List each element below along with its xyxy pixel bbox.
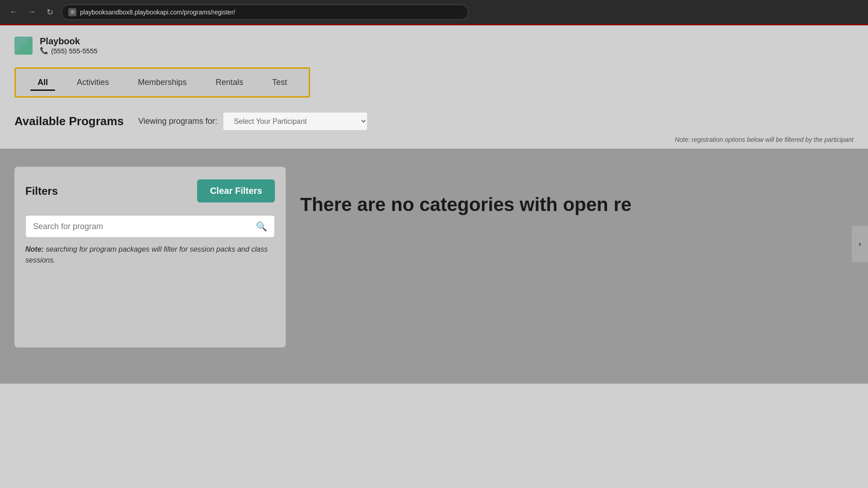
back-button[interactable]: ← — [7, 6, 20, 19]
site-logo — [14, 37, 33, 55]
no-categories-text: There are no categories with open re — [300, 194, 632, 216]
clear-filters-button[interactable]: Clear Filters — [197, 179, 275, 202]
right-arrow-icon: › — [859, 240, 861, 248]
search-note-text: searching for program packages will filt… — [25, 245, 268, 264]
tab-nav: All Activities Memberships Rentals Test — [14, 67, 310, 98]
phone-number: (555) 555-5555 — [51, 47, 98, 55]
available-programs-title: Available Programs — [14, 114, 124, 128]
tab-all[interactable]: All — [23, 72, 62, 93]
right-arrow[interactable]: › — [852, 226, 868, 262]
site-info: Playbook 📞 (555) 555-5555 — [40, 36, 98, 55]
filters-header: Filters Clear Filters — [25, 179, 275, 202]
site-phone: 📞 (555) 555-5555 — [40, 47, 98, 55]
viewing-for: Viewing programs for: Select Your Partic… — [138, 112, 368, 131]
tab-nav-wrapper: All Activities Memberships Rentals Test — [0, 62, 868, 103]
filters-title: Filters — [25, 185, 58, 197]
viewing-label: Viewing programs for: — [138, 117, 217, 126]
address-text: playbooksandbox8.playbookapi.com/program… — [80, 9, 235, 16]
phone-icon: 📞 — [40, 47, 48, 55]
tab-memberships[interactable]: Memberships — [123, 72, 201, 93]
address-icon: ⊞ — [68, 8, 76, 16]
search-icon: 🔍 — [256, 221, 267, 232]
site-name: Playbook — [40, 36, 98, 47]
main-content: Filters Clear Filters 🔍 Note: searching … — [0, 149, 868, 384]
programs-header: Available Programs Viewing programs for:… — [0, 103, 868, 134]
tab-rentals[interactable]: Rentals — [201, 72, 258, 93]
search-note: Note: searching for program packages wil… — [25, 244, 275, 266]
search-note-bold: Note: — [25, 245, 44, 253]
address-bar[interactable]: ⊞ playbooksandbox8.playbookapi.com/progr… — [61, 5, 468, 20]
participant-select[interactable]: Select Your Participant — [223, 112, 368, 131]
browser-chrome: ← → ↻ ⊞ playbooksandbox8.playbookapi.com… — [0, 0, 868, 25]
tab-test[interactable]: Test — [258, 72, 302, 93]
participant-note: Note: registration options below will be… — [0, 134, 868, 149]
filters-panel: Filters Clear Filters 🔍 Note: searching … — [14, 167, 286, 347]
tab-activities[interactable]: Activities — [62, 72, 123, 93]
reload-button[interactable]: ↻ — [43, 6, 56, 19]
search-input[interactable] — [33, 222, 256, 231]
forward-button[interactable]: → — [25, 6, 38, 19]
site-header: Playbook 📞 (555) 555-5555 — [0, 25, 868, 62]
search-bar[interactable]: 🔍 — [25, 215, 275, 238]
page-content: Playbook 📞 (555) 555-5555 All Activities… — [0, 25, 868, 488]
main-right: There are no categories with open re — [300, 167, 854, 216]
